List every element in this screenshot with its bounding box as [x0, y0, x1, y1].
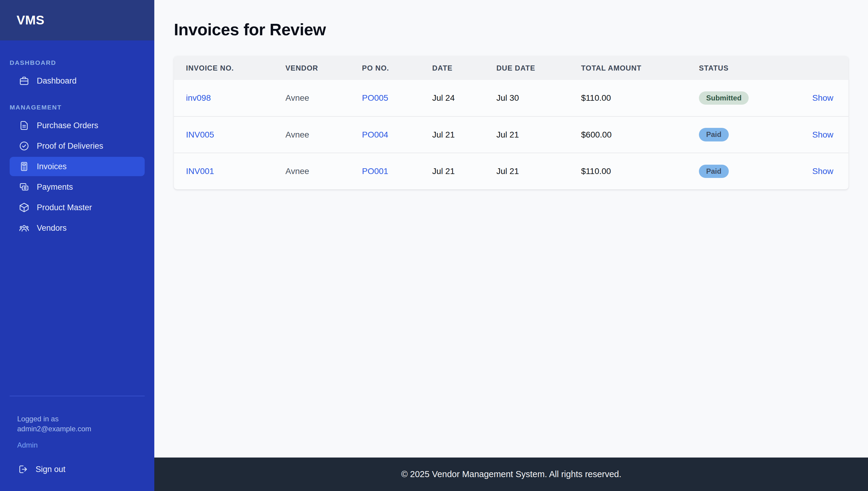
user-role: Admin — [0, 441, 154, 450]
column-header-invoice-no: Invoice No. — [174, 56, 273, 80]
app-window: VMS Dashboard Dashboard Management — [0, 0, 868, 491]
po-link[interactable]: PO004 — [362, 130, 388, 139]
po-link[interactable]: PO001 — [362, 167, 388, 176]
document-icon — [19, 120, 30, 131]
main-area: Invoices for Review Invoice No. Vendor P… — [154, 0, 868, 491]
date-cell: Jul 21 — [420, 153, 484, 190]
table-row: inv098 Avnee PO005 Jul 24 Jul 30 $110.00… — [174, 80, 848, 116]
status-badge: Paid — [699, 165, 729, 178]
app-logo: VMS — [17, 13, 44, 27]
sidebar-nav: Dashboard Dashboard Management — [0, 40, 154, 239]
vendor-cell: Avnee — [273, 153, 350, 190]
invoices-table: Invoice No. Vendor PO No. Date Due Date … — [174, 56, 848, 190]
footer-text: © 2025 Vendor Management System. All rig… — [401, 469, 621, 479]
briefcase-icon — [19, 76, 30, 86]
sidebar-user-section: Logged in as admin2@example.com Admin Si… — [0, 396, 154, 491]
table-header-row: Invoice No. Vendor PO No. Date Due Date … — [174, 56, 848, 80]
check-circle-icon — [19, 141, 30, 151]
column-header-status: Status — [687, 56, 786, 80]
sidebar-item-label: Invoices — [37, 162, 67, 171]
column-header-total-amount: Total Amount — [569, 56, 687, 80]
sidebar: VMS Dashboard Dashboard Management — [0, 0, 154, 491]
show-link[interactable]: Show — [812, 130, 833, 139]
sidebar-divider — [10, 396, 145, 396]
main-content: Invoices for Review Invoice No. Vendor P… — [154, 0, 868, 458]
column-header-action — [786, 56, 848, 80]
users-icon — [19, 223, 30, 233]
table-row: INV001 Avnee PO001 Jul 21 Jul 21 $110.00… — [174, 153, 848, 190]
sidebar-item-label: Proof of Deliveries — [37, 141, 103, 151]
date-cell: Jul 21 — [420, 116, 484, 153]
page-title: Invoices for Review — [174, 20, 848, 39]
sidebar-item-vendors[interactable]: Vendors — [10, 219, 145, 238]
invoice-link[interactable]: inv098 — [186, 93, 211, 103]
due-date-cell: Jul 21 — [484, 153, 569, 190]
status-badge: Submitted — [699, 91, 749, 105]
due-date-cell: Jul 21 — [484, 116, 569, 153]
column-header-due-date: Due Date — [484, 56, 569, 80]
due-date-cell: Jul 30 — [484, 80, 569, 116]
vendor-cell: Avnee — [273, 80, 350, 116]
sidebar-item-purchase-orders[interactable]: Purchase Orders — [10, 116, 145, 135]
footer: © 2025 Vendor Management System. All rig… — [154, 458, 868, 491]
sidebar-item-payments[interactable]: Payments — [10, 177, 145, 197]
sidebar-item-label: Purchase Orders — [37, 121, 98, 130]
column-header-po-no: PO No. — [350, 56, 420, 80]
date-cell: Jul 24 — [420, 80, 484, 116]
sidebar-item-label: Dashboard — [37, 76, 76, 86]
sign-out-label: Sign out — [36, 465, 65, 474]
banknotes-icon — [19, 181, 30, 193]
nav-section-label-management: Management — [10, 104, 154, 111]
logged-in-label: Logged in as — [17, 414, 154, 424]
po-link[interactable]: PO005 — [362, 93, 388, 103]
total-amount-cell: $110.00 — [569, 153, 687, 190]
sidebar-item-label: Product Master — [37, 203, 92, 212]
logout-icon — [18, 464, 28, 475]
column-header-vendor: Vendor — [273, 56, 350, 80]
total-amount-cell: $110.00 — [569, 80, 687, 116]
cube-icon — [19, 202, 30, 213]
invoices-table-card: Invoice No. Vendor PO No. Date Due Date … — [174, 56, 848, 190]
sidebar-item-product-master[interactable]: Product Master — [10, 198, 145, 217]
sidebar-item-invoices[interactable]: Invoices — [10, 157, 145, 176]
calculator-icon — [19, 161, 30, 172]
sidebar-item-label: Payments — [37, 182, 73, 192]
table-row: INV005 Avnee PO004 Jul 21 Jul 21 $600.00… — [174, 116, 848, 153]
show-link[interactable]: Show — [812, 93, 833, 103]
logged-in-as: Logged in as admin2@example.com — [0, 414, 154, 434]
invoice-link[interactable]: INV005 — [186, 130, 214, 139]
sign-out-button[interactable]: Sign out — [10, 460, 145, 479]
total-amount-cell: $600.00 — [569, 116, 687, 153]
sidebar-header: VMS — [0, 0, 154, 40]
sidebar-item-dashboard[interactable]: Dashboard — [10, 71, 145, 90]
nav-section-label-dashboard: Dashboard — [10, 59, 154, 66]
invoice-link[interactable]: INV001 — [186, 167, 214, 176]
show-link[interactable]: Show — [812, 167, 833, 176]
vendor-cell: Avnee — [273, 116, 350, 153]
sidebar-item-label: Vendors — [37, 224, 67, 233]
user-email: admin2@example.com — [17, 424, 154, 434]
status-badge: Paid — [699, 128, 729, 141]
sidebar-item-proof-of-deliveries[interactable]: Proof of Deliveries — [10, 136, 145, 155]
column-header-date: Date — [420, 56, 484, 80]
